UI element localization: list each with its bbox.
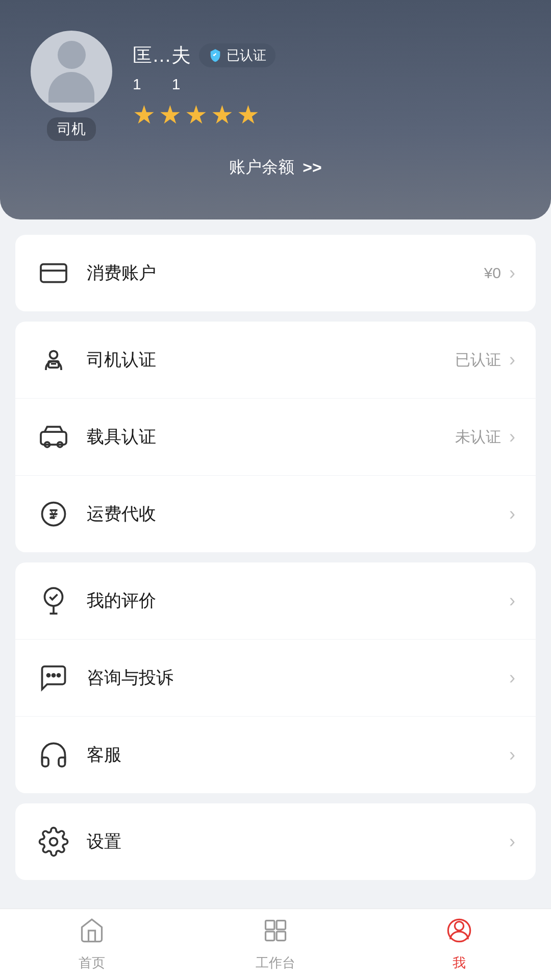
account-balance-label: 账户余额 xyxy=(229,156,294,179)
star-1: ★ xyxy=(133,100,156,130)
nav-me-label: 我 xyxy=(453,954,466,972)
avatar-head xyxy=(58,41,86,69)
menu-item-customer-service[interactable]: 客服 › xyxy=(15,717,536,793)
freight-collection-arrow: › xyxy=(509,503,515,525)
stats-row: 1 1 xyxy=(133,76,520,93)
freight-collection-label: 运费代收 xyxy=(87,502,501,526)
svg-rect-14 xyxy=(277,921,285,929)
verified-text: 已认证 xyxy=(227,46,266,64)
my-review-arrow: › xyxy=(509,590,515,611)
bottom-nav: 首页 工作台 我 xyxy=(0,909,551,980)
star-2: ★ xyxy=(159,100,182,130)
consult-icon xyxy=(36,660,71,696)
account-balance-chevron: >> xyxy=(303,158,321,177)
svg-point-9 xyxy=(53,674,55,677)
settings-arrow: › xyxy=(509,831,515,852)
avatar xyxy=(31,31,112,112)
avatar-label: 司机 xyxy=(47,117,96,141)
main-content: 消费账户 ¥0 › 司机认证 已认证 › xyxy=(0,219,551,895)
stat-item-1: 1 xyxy=(133,76,141,93)
avatar-body xyxy=(48,72,94,103)
nav-item-home[interactable]: 首页 xyxy=(0,917,184,972)
card-group-4: 设置 › xyxy=(15,803,536,880)
svg-point-11 xyxy=(58,674,60,677)
consult-complaint-arrow: › xyxy=(509,667,515,689)
card-group-2: 司机认证 已认证 › 载具认证 未认证 › ¥ xyxy=(15,322,536,552)
menu-item-vehicle-verify[interactable]: 载具认证 未认证 › xyxy=(15,399,536,476)
workbench-icon xyxy=(262,917,289,950)
svg-point-2 xyxy=(50,351,58,359)
svg-point-17 xyxy=(455,922,463,930)
consume-account-value: ¥0 xyxy=(484,264,501,282)
svg-rect-0 xyxy=(41,264,66,282)
service-icon xyxy=(36,737,71,773)
verified-badge: 已认证 xyxy=(199,43,276,67)
user-name: 匡…夫 xyxy=(133,42,191,68)
menu-item-my-review[interactable]: 我的评价 › xyxy=(15,562,536,640)
avatar-person xyxy=(48,41,94,103)
svg-rect-13 xyxy=(266,921,274,929)
menu-item-freight-collection[interactable]: ¥ 运费代收 › xyxy=(15,476,536,552)
driver-verify-arrow: › xyxy=(509,349,515,371)
avatar-container: 司机 xyxy=(31,31,112,141)
menu-item-driver-verify[interactable]: 司机认证 已认证 › xyxy=(15,322,536,399)
card-group-3: 我的评价 › 咨询与投诉 › xyxy=(15,562,536,793)
star-4: ★ xyxy=(211,100,234,130)
consume-account-label: 消费账户 xyxy=(87,261,484,285)
svg-point-12 xyxy=(50,838,58,846)
svg-rect-15 xyxy=(266,932,274,940)
menu-item-consult-complaint[interactable]: 咨询与投诉 › xyxy=(15,640,536,717)
nav-item-workbench[interactable]: 工作台 xyxy=(184,917,367,972)
account-balance-row[interactable]: 账户余额 >> xyxy=(31,156,520,179)
card-group-1: 消费账户 ¥0 › xyxy=(15,235,536,311)
consult-complaint-label: 咨询与投诉 xyxy=(87,666,509,690)
driver-verify-value: 已认证 xyxy=(455,350,501,371)
vehicle-verify-arrow: › xyxy=(509,426,515,448)
stars-row: ★ ★ ★ ★ ★ xyxy=(133,100,520,130)
freight-icon: ¥ xyxy=(36,496,71,532)
home-icon xyxy=(79,917,105,950)
nav-item-me[interactable]: 我 xyxy=(367,917,551,972)
star-5: ★ xyxy=(237,100,260,130)
menu-item-consume-account[interactable]: 消费账户 ¥0 › xyxy=(15,235,536,311)
customer-service-label: 客服 xyxy=(87,743,509,767)
shield-icon xyxy=(208,48,222,62)
profile-info: 匡…夫 已认证 1 1 ★ ★ ★ ★ ★ xyxy=(133,42,520,130)
consume-account-arrow: › xyxy=(509,262,515,284)
menu-item-settings[interactable]: 设置 › xyxy=(15,803,536,880)
profile-row: 司机 匡…夫 已认证 1 1 ★ ★ ★ xyxy=(31,31,520,141)
driver-icon xyxy=(36,342,71,378)
review-icon xyxy=(36,583,71,619)
vehicle-icon xyxy=(36,419,71,455)
card-icon xyxy=(36,255,71,291)
driver-verify-label: 司机认证 xyxy=(87,348,455,372)
vehicle-verify-label: 载具认证 xyxy=(87,425,455,449)
nav-workbench-label: 工作台 xyxy=(256,954,295,972)
stat-item-2: 1 xyxy=(172,76,181,93)
svg-rect-16 xyxy=(277,932,285,940)
me-icon xyxy=(446,917,472,950)
profile-header: 司机 匡…夫 已认证 1 1 ★ ★ ★ xyxy=(0,0,551,219)
nav-home-label: 首页 xyxy=(79,954,105,972)
vehicle-verify-value: 未认证 xyxy=(455,427,501,448)
my-review-label: 我的评价 xyxy=(87,589,509,612)
settings-icon xyxy=(36,824,71,860)
svg-point-10 xyxy=(47,674,50,677)
settings-label: 设置 xyxy=(87,830,509,853)
star-3: ★ xyxy=(185,100,208,130)
customer-service-arrow: › xyxy=(509,744,515,766)
name-row: 匡…夫 已认证 xyxy=(133,42,520,68)
